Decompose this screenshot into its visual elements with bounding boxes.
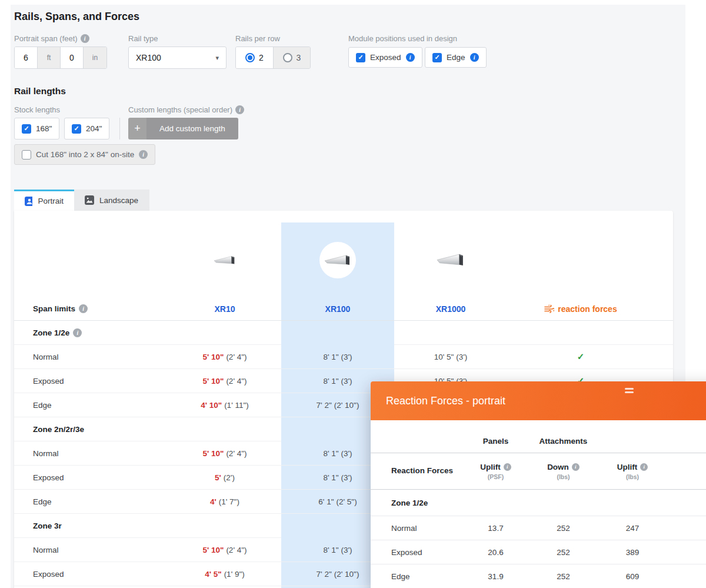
span-value: 8' 1" <box>323 473 338 482</box>
reaction-force-value: 20.6 <box>462 548 530 557</box>
span-table-row: Normal5' 10"(2' 4")8' 1"(3')10' 5"(3')✓ <box>14 345 673 369</box>
rail-lengths-title: Rail lengths <box>14 86 66 97</box>
span-cantilever-value: (2' 4") <box>226 449 247 458</box>
span-value: 8' 1" <box>323 546 338 554</box>
span-value-cell: 5' 10"(2' 4") <box>168 353 281 361</box>
plus-icon: + <box>128 118 146 139</box>
xr1000-rail-image <box>394 253 507 267</box>
overlay-header: Reaction Forces - portrait <box>371 381 706 420</box>
down-lbs-column-header: Down i (lbs) <box>530 463 597 480</box>
rails-per-row-label: Rails per row <box>235 34 280 43</box>
span-cantilever-value: (3') <box>341 353 352 361</box>
cut-168-label: Cut 168" into 2 x 84" on-site <box>36 150 134 159</box>
span-value: 8' 1" <box>323 377 338 386</box>
span-value-cell: 10' 5"(3') <box>394 353 507 361</box>
tab-landscape-label: Landscape <box>99 196 138 205</box>
reaction-status-cell: ✓ <box>507 351 654 362</box>
reaction-force-value: 609 <box>597 572 668 581</box>
info-icon[interactable]: i <box>406 53 415 62</box>
span-cantilever-value: (3') <box>341 546 352 554</box>
row-label: Edge <box>33 497 168 506</box>
checkbox-unchecked-icon <box>22 150 31 160</box>
stock-length-204-checkbox[interactable]: ✓ 204" <box>64 118 109 139</box>
custom-lengths-label-text: Custom lengths (special order) <box>128 105 232 114</box>
info-icon[interactable]: i <box>73 328 82 337</box>
info-icon[interactable]: i <box>470 53 479 62</box>
row-label: Exposed <box>33 570 168 579</box>
stock-length-168-checkbox[interactable]: ✓ 168" <box>14 118 59 139</box>
zone-label: Zone 1/2e <box>33 328 69 337</box>
zone-label: Zone 3r <box>33 521 62 530</box>
span-value: 6' 1" <box>318 497 334 506</box>
overlay-zone-header: Zone 1/2e <box>371 490 706 516</box>
span-value: 5' 10" <box>202 377 224 386</box>
chevron-down-icon: ▾ <box>215 54 219 62</box>
info-icon[interactable]: i <box>504 463 511 471</box>
checkbox-checked-icon: ✓ <box>356 53 365 62</box>
span-cantilever-value: (1' 7") <box>219 497 239 506</box>
add-custom-length-button[interactable]: + Add custom length <box>128 118 238 139</box>
stock-204-label: 204" <box>86 124 102 133</box>
info-icon[interactable]: i <box>572 463 580 471</box>
reaction-force-value: 252 <box>530 548 597 557</box>
tab-portrait-label: Portrait <box>38 197 64 205</box>
portrait-span-label-text: Portrait span (feet) <box>14 34 78 43</box>
page-title: Rails, Spans, and Forces <box>14 11 139 23</box>
radio-unselected-icon <box>283 53 292 62</box>
info-icon[interactable]: i <box>79 304 88 313</box>
reaction-force-value: 252 <box>530 572 597 581</box>
info-icon[interactable]: i <box>81 34 89 43</box>
portrait-span-label: Portrait span (feet) i <box>14 34 89 43</box>
column-header-xr1000[interactable]: XR1000 <box>394 304 507 314</box>
span-table-header-row: Span limits i XR10 XR100 XR1000 reaction… <box>14 297 673 321</box>
row-label: Exposed <box>391 548 462 557</box>
span-value: 5' 10" <box>202 353 224 361</box>
column-header-xr10[interactable]: XR10 <box>168 304 281 314</box>
span-cantilever-value: (2' 4") <box>226 353 247 361</box>
edge-position-checkbox[interactable]: ✓ Edge i <box>425 47 487 68</box>
span-value: 7' 2" <box>317 570 332 579</box>
zone-label: Zone 2n/2r/3e <box>33 425 84 434</box>
span-value: 8' 1" <box>323 353 338 361</box>
info-icon[interactable]: i <box>235 105 244 114</box>
cut-168-checkbox[interactable]: Cut 168" into 2 x 84" on-site i <box>14 144 155 165</box>
xr100-rail-image-selected <box>281 242 394 278</box>
checkbox-checked-icon: ✓ <box>22 124 31 134</box>
span-limits-header: Span limits i <box>33 304 168 313</box>
rails-per-row-option-3[interactable]: 3 <box>273 47 310 68</box>
span-cantilever-value: (2' 10") <box>334 570 359 579</box>
rail-type-value: XR100 <box>136 53 161 62</box>
tab-portrait[interactable]: Portrait <box>14 190 74 211</box>
span-inch-input[interactable]: 0 <box>61 47 84 68</box>
rail-type-select[interactable]: XR100 ▾ <box>128 46 227 69</box>
info-icon[interactable]: i <box>139 150 148 159</box>
tab-landscape[interactable]: Landscape <box>74 190 149 211</box>
panels-group-header: Panels <box>462 437 530 446</box>
rails-per-row-option-2[interactable]: 2 <box>236 47 273 68</box>
reaction-forces-link[interactable]: reaction forces <box>507 304 654 314</box>
span-value-cell: 4' 10"(1' 11") <box>168 401 281 410</box>
inch-unit-label: in <box>84 47 106 68</box>
row-label: Exposed <box>33 377 168 386</box>
span-feet-input[interactable]: 6 <box>15 47 38 68</box>
exposed-position-checkbox[interactable]: ✓ Exposed i <box>348 47 422 68</box>
uplift-label: Uplift <box>480 463 501 471</box>
module-positions-label: Module positions used in design <box>348 34 457 43</box>
span-value-cell: 8' 1"(3') <box>281 353 394 361</box>
overlay-title: Reaction Forces - portrait <box>386 395 505 407</box>
span-value: 5' 10" <box>202 546 224 554</box>
column-header-xr100[interactable]: XR100 <box>281 304 394 314</box>
span-cantilever-value: (3') <box>341 449 352 458</box>
span-value: 7' 2" <box>317 401 332 410</box>
drag-handle-icon[interactable] <box>625 388 634 393</box>
span-cantilever-value: (2') <box>224 473 235 482</box>
info-icon[interactable]: i <box>640 463 648 471</box>
span-value-cell: 5' 10"(2' 4") <box>168 377 281 386</box>
landscape-icon <box>85 195 94 205</box>
span-value: 8' 1" <box>323 449 338 458</box>
psf-unit-label: (PSF) <box>462 473 530 480</box>
span-value: 4' <box>210 497 217 506</box>
divider <box>119 118 120 139</box>
row-label: Normal <box>33 449 168 458</box>
custom-lengths-label: Custom lengths (special order) i <box>128 105 244 114</box>
